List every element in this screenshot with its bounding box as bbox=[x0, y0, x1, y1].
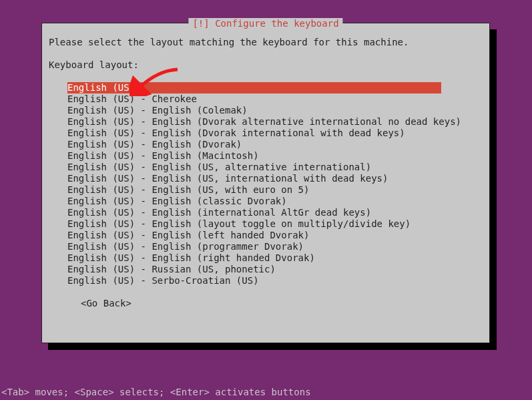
list-item[interactable]: English (US) - English (Colemak) bbox=[67, 105, 483, 116]
dialog-content: Please select the layout matching the ke… bbox=[42, 23, 489, 316]
list-item[interactable]: English (US) bbox=[67, 82, 441, 93]
dialog-title: [!] Configure the keyboard bbox=[188, 18, 342, 29]
list-item[interactable]: English (US) - English (layout toggle on… bbox=[67, 218, 483, 230]
prompt-text: Please select the layout matching the ke… bbox=[49, 37, 483, 48]
go-back-button[interactable]: <Go Back> bbox=[81, 298, 483, 309]
list-item[interactable]: English (US) - English (programmer Dvora… bbox=[67, 241, 483, 252]
list-item[interactable]: English (US) - English (right handed Dvo… bbox=[67, 252, 483, 264]
list-item[interactable]: English (US) - English (Dvorak alternati… bbox=[67, 116, 483, 128]
list-item[interactable]: English (US) - English (US, internationa… bbox=[67, 173, 483, 184]
list-item[interactable]: English (US) - English (US, alternative … bbox=[67, 162, 483, 173]
keyboard-layout-label: Keyboard layout: bbox=[49, 59, 483, 71]
list-item[interactable]: English (US) - English (Dvorak) bbox=[67, 139, 483, 150]
list-item[interactable]: English (US) - English (US, with euro on… bbox=[67, 184, 483, 196]
list-item[interactable]: English (US) - Russian (US, phonetic) bbox=[67, 264, 483, 275]
layout-list[interactable]: English (US)English (US) - CherokeeEngli… bbox=[67, 82, 483, 286]
title-prefix: [!] bbox=[192, 18, 209, 29]
list-item[interactable]: English (US) - Serbo-Croatian (US) bbox=[67, 275, 483, 286]
statusbar: <Tab> moves; <Space> selects; <Enter> ac… bbox=[0, 387, 312, 397]
list-item[interactable]: English (US) - English (international Al… bbox=[67, 207, 483, 218]
list-item[interactable]: English (US) - English (left handed Dvor… bbox=[67, 230, 483, 241]
list-item[interactable]: English (US) - Cherokee bbox=[67, 93, 483, 105]
list-item[interactable]: English (US) - English (Dvorak internati… bbox=[67, 128, 483, 139]
title-text: Configure the keyboard bbox=[215, 18, 338, 29]
dialog: [!] Configure the keyboard Please select… bbox=[41, 23, 490, 343]
list-item[interactable]: English (US) - English (Macintosh) bbox=[67, 150, 483, 162]
list-item[interactable]: English (US) - English (classic Dvorak) bbox=[67, 196, 483, 207]
